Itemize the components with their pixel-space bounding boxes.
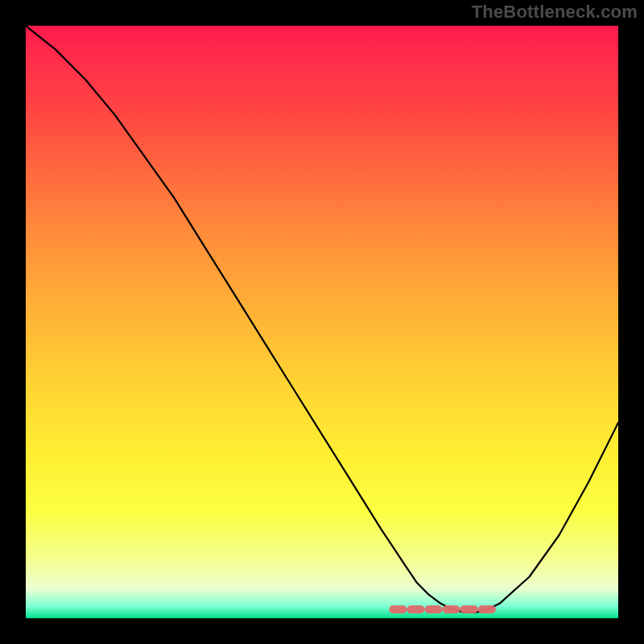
watermark-text: TheBottleneck.com <box>472 2 638 23</box>
plot-area <box>26 26 618 618</box>
chart-frame: TheBottleneck.com <box>0 0 644 644</box>
chart-svg <box>26 26 618 618</box>
bottleneck-curve-line <box>26 26 618 613</box>
